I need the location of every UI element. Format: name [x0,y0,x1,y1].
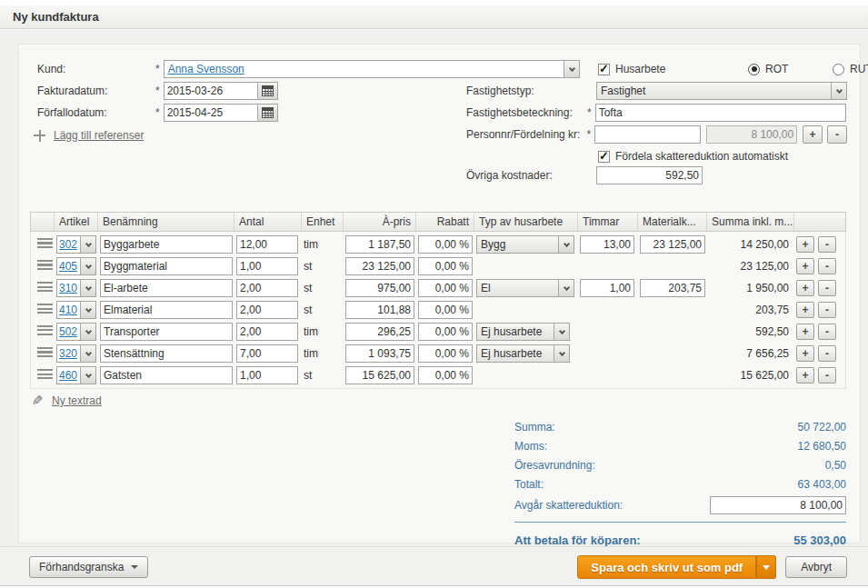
artikel-link[interactable]: 410 [59,304,77,316]
chevron-down-icon[interactable] [564,61,579,77]
chevron-down-icon[interactable] [558,280,574,296]
add-row-button[interactable]: + [796,367,814,384]
artikel-combo[interactable]: 320 [56,344,96,363]
remove-row-button[interactable]: - [818,367,836,384]
husarbete-typ-select[interactable]: Ej husarbete [476,344,570,363]
chevron-down-icon[interactable] [80,280,95,296]
forfallodatum-input[interactable] [165,105,257,121]
artikel-combo[interactable]: 502 [56,323,96,341]
chevron-down-icon[interactable] [554,345,569,362]
materialkostnad-input[interactable] [640,235,705,254]
remove-person-button[interactable]: - [827,125,847,144]
artikel-combo[interactable]: 302 [56,235,96,254]
benamning-input[interactable] [100,323,233,341]
drag-handle-icon[interactable] [37,238,53,248]
remove-row-button[interactable]: - [818,258,836,274]
drag-handle-icon[interactable] [37,369,53,379]
fordela-checkbox[interactable] [598,151,610,163]
remove-row-button[interactable]: - [818,236,836,253]
personnr-input[interactable] [594,125,701,144]
antal-input[interactable] [236,323,298,341]
remove-row-button[interactable]: - [818,345,836,362]
add-row-button[interactable]: + [796,302,814,318]
rot-radio[interactable] [748,64,760,75]
apris-input[interactable] [345,366,414,384]
apris-input[interactable] [345,257,414,275]
chevron-down-icon[interactable] [80,258,95,274]
apris-input[interactable] [345,344,414,363]
chevron-down-icon[interactable] [80,345,95,362]
save-options-dropdown-button[interactable] [756,555,776,579]
chevron-down-icon[interactable] [80,367,95,384]
husarbete-typ-select[interactable]: El [476,279,574,297]
artikel-combo[interactable]: 405 [56,257,96,275]
antal-input[interactable] [236,279,298,297]
chevron-down-icon[interactable] [80,324,95,340]
benamning-input[interactable] [100,366,233,384]
calendar-icon[interactable] [257,83,277,99]
rabatt-input[interactable] [418,323,473,341]
kund-link[interactable]: Anna Svensson [168,63,244,75]
apris-input[interactable] [345,323,414,341]
apris-input[interactable] [345,301,414,319]
benamning-input[interactable] [100,257,233,275]
antal-input[interactable] [236,257,298,275]
antal-input[interactable] [236,301,298,319]
husarbete-checkbox[interactable] [598,64,610,75]
rabatt-input[interactable] [418,301,473,319]
rabatt-input[interactable] [418,344,473,363]
artikel-combo[interactable]: 460 [56,366,96,384]
rabatt-input[interactable] [418,235,473,254]
benamning-input[interactable] [100,279,233,297]
add-references-link[interactable]: Lägg till referenser [54,129,144,142]
new-text-row-link[interactable]: Ny textrad [52,394,102,407]
remove-row-button[interactable]: - [818,324,836,340]
drag-handle-icon[interactable] [37,282,53,292]
artikel-combo[interactable]: 410 [56,301,96,319]
rut-radio[interactable] [833,64,844,75]
artikel-link[interactable]: 302 [59,238,77,251]
cancel-button[interactable]: Avbryt [785,556,847,578]
preview-button[interactable]: Förhandsgranska [29,556,148,578]
antal-input[interactable] [236,235,298,254]
add-row-button[interactable]: + [796,280,814,296]
artikel-link[interactable]: 405 [59,260,77,273]
fastighetsbeteckning-input[interactable] [595,104,846,122]
apris-input[interactable] [345,235,414,254]
calendar-icon[interactable] [257,105,277,121]
rabatt-input[interactable] [418,366,473,384]
artikel-combo[interactable]: 310 [56,279,96,297]
apris-input[interactable] [345,279,414,297]
rabatt-input[interactable] [418,279,473,297]
add-row-button[interactable]: + [796,324,814,340]
chevron-down-icon[interactable] [80,302,95,318]
rabatt-input[interactable] [418,257,473,275]
save-print-pdf-button[interactable]: Spara och skriv ut som pdf [577,555,756,579]
drag-handle-icon[interactable] [37,347,53,357]
antal-input[interactable] [236,366,298,384]
chevron-down-icon[interactable] [554,324,569,340]
drag-handle-icon[interactable] [37,304,53,314]
chevron-down-icon[interactable] [831,83,846,99]
artikel-link[interactable]: 502 [59,325,77,338]
chevron-down-icon[interactable] [80,236,95,253]
artikel-link[interactable]: 460 [59,369,77,382]
add-row-button[interactable]: + [796,236,814,253]
chevron-down-icon[interactable] [558,236,574,253]
remove-row-button[interactable]: - [818,280,836,296]
drag-handle-icon[interactable] [37,260,53,270]
timmar-input[interactable] [580,235,634,254]
add-row-button[interactable]: + [796,258,814,274]
husarbete-typ-select[interactable]: Ej husarbete [476,323,570,341]
artikel-link[interactable]: 320 [59,347,77,360]
husarbete-typ-select[interactable]: Bygg [476,235,574,254]
kund-combobox[interactable]: Anna Svensson [164,60,580,78]
materialkostnad-input[interactable] [640,279,705,297]
artikel-link[interactable]: 310 [59,282,77,294]
skattereduktion-input[interactable] [710,496,846,514]
drag-handle-icon[interactable] [37,325,53,335]
timmar-input[interactable] [580,279,634,297]
antal-input[interactable] [236,344,298,363]
remove-row-button[interactable]: - [818,302,836,318]
add-row-button[interactable]: + [796,345,814,362]
